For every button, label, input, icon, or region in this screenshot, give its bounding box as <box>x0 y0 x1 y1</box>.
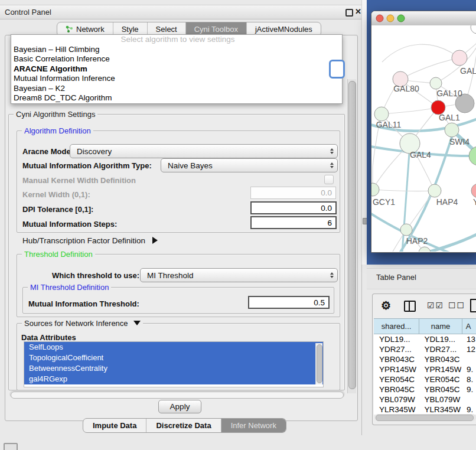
tab-impute-data[interactable]: Impute Data <box>83 419 146 432</box>
table-horizontal-scrollbar[interactable] <box>374 414 476 421</box>
table-row[interactable]: YBR045C YBR045C 9. <box>374 384 476 394</box>
cell-value: 13 <box>461 334 476 344</box>
network-window-titlebar[interactable] <box>371 11 476 26</box>
popup-item-mutual-information[interactable]: Mutual Information Inference <box>11 74 342 84</box>
cell-value: 9. <box>461 364 476 374</box>
tab-label: Select <box>156 25 177 34</box>
columns-icon[interactable] <box>404 301 416 312</box>
column-header-shared-name[interactable]: shared... <box>374 319 419 334</box>
mi-algorithm-type-combo[interactable]: Naive Bayes <box>161 158 338 172</box>
network-view-window: GAL GAL80 GAL10 GAL1 GAL11 SWI4 GAL4 GCY… <box>371 11 476 253</box>
node-partial-top[interactable] <box>471 25 476 34</box>
table-scrollbar-thumb[interactable] <box>376 415 474 421</box>
cell-value <box>461 394 476 405</box>
list-item[interactable]: gal4RGexp <box>24 374 323 384</box>
control-panel-titlebar[interactable]: Control Panel ✕ <box>0 5 361 19</box>
list-vertical-scrollbar[interactable] <box>315 343 322 384</box>
panel-vertical-scrollbar[interactable] <box>347 79 356 393</box>
expanded-arrow-icon[interactable] <box>133 321 141 325</box>
popup-item-bayesian-hill-climbing[interactable]: Bayesian – Hill Climbing <box>11 45 342 55</box>
screen: Control Panel ✕ Network Style Select <box>0 0 476 450</box>
node-label: HAP4 <box>436 197 458 207</box>
table-row[interactable]: YDR27... YDR27... 12 <box>374 344 476 354</box>
mac-close-button[interactable] <box>376 15 383 22</box>
panel-horizontal-scrollbar[interactable] <box>9 390 345 398</box>
edge[interactable] <box>400 58 459 79</box>
manual-kernel-width-checkbox[interactable] <box>324 175 334 184</box>
gear-icon[interactable]: ⚙ <box>381 299 391 312</box>
close-icon[interactable]: ✕ <box>355 7 361 16</box>
list-scrollbar-thumb[interactable] <box>317 344 322 383</box>
deselect-all-icon[interactable]: ☐☐ <box>448 301 465 310</box>
group-title: Algorithm Definition <box>22 126 93 135</box>
network-canvas[interactable]: GAL GAL80 GAL10 GAL1 GAL11 SWI4 GAL4 GCY… <box>371 25 476 252</box>
sources-title-text: Sources for Network Inference <box>24 319 128 328</box>
table-body: YDL19... YDL19... 13 YDR27... YDR27... 1… <box>374 334 476 415</box>
table-row[interactable]: YBL079W YBL079W <box>374 394 476 405</box>
dpi-tolerance-field[interactable]: 0.0 <box>250 201 337 214</box>
list-item[interactable]: SelfLoops <box>24 342 323 353</box>
aracne-mode-combo[interactable]: Discovery <box>70 144 338 158</box>
mi-steps-label: Mutual Information Steps: <box>22 220 117 229</box>
popup-item-bayesian-k2[interactable]: Bayesian – K2 <box>11 84 342 94</box>
sources-group-title[interactable]: Sources for Network Inference <box>22 319 143 328</box>
node-swi4[interactable] <box>445 123 459 137</box>
table-row[interactable]: YBR043C YBR043C <box>374 354 476 364</box>
table-row[interactable]: YER054C YER054C 8. <box>374 374 476 384</box>
control-panel-title: Control Panel <box>5 8 51 17</box>
select-all-icon[interactable]: ☑☑ <box>427 301 444 310</box>
hub-definition-section[interactable]: Hub/Transcription Factor Definition <box>22 236 158 245</box>
edge[interactable] <box>373 190 435 191</box>
list-item[interactable]: TopologicalCoefficient <box>24 353 323 363</box>
table-row[interactable]: YLR345W YLR345W 9. <box>374 405 476 415</box>
cell-name: YBR043C <box>419 354 461 364</box>
node-label: GAL11 <box>376 120 402 129</box>
column-header-name[interactable]: name <box>419 319 462 334</box>
node-gal-partial[interactable] <box>452 50 467 66</box>
node-gcy1[interactable] <box>371 183 379 196</box>
edge[interactable] <box>406 191 435 230</box>
collapsed-arrow-icon[interactable] <box>152 237 158 244</box>
node-label: GCY1 <box>373 197 395 207</box>
mi-threshold-field[interactable]: 0.5 <box>248 296 330 309</box>
mi-steps-field[interactable]: 6 <box>250 216 337 229</box>
edge[interactable] <box>382 44 459 62</box>
popup-item-aracne[interactable]: ARACNE Algorithm <box>11 64 342 74</box>
tab-infer-network[interactable]: Infer Network <box>221 419 286 432</box>
list-item[interactable]: BetweennessCentrality <box>24 363 323 374</box>
combo-value: Naive Bayes <box>161 161 327 170</box>
horizontal-scrollbar-thumb[interactable] <box>11 392 344 399</box>
edge[interactable] <box>382 107 438 114</box>
column-header-partial[interactable]: A <box>462 319 476 334</box>
edge[interactable] <box>426 233 476 252</box>
new-table-icon[interactable] <box>470 299 476 312</box>
cell-shared-name: YLR345W <box>374 405 419 415</box>
table-panel-window: ⚙ ☑☑ ☐☐ shared... name A YDL19... YDL19.… <box>372 294 476 425</box>
table-row[interactable]: YPR145W YPR145W 9. <box>374 364 476 374</box>
data-attributes-list[interactable]: SelfLoops TopologicalCoefficient Between… <box>24 341 324 387</box>
popup-item-dream8[interactable]: Dream8 DC_TDC Algorithm <box>11 93 342 103</box>
node-green-right[interactable] <box>469 146 476 165</box>
float-window-icon[interactable] <box>345 9 353 17</box>
node-label: GAL10 <box>436 89 462 98</box>
cell-shared-name: YPR145W <box>374 364 419 374</box>
node-label: SWI4 <box>449 137 470 146</box>
node-gal11[interactable] <box>374 107 389 121</box>
node-hap2[interactable] <box>400 224 412 236</box>
tab-discretize-data[interactable]: Discretize Data <box>146 419 221 432</box>
node-gal10[interactable] <box>430 77 442 89</box>
table-row[interactable]: YDL19... YDL19... 13 <box>374 334 476 344</box>
mac-zoom-button[interactable] <box>397 15 405 22</box>
mac-minimize-button[interactable] <box>387 15 394 22</box>
table-panel-title: Table Panel <box>376 273 416 282</box>
minimized-panel-icon[interactable] <box>4 443 18 450</box>
popup-item-basic-correlation[interactable]: Basic Correlation Inference <box>11 54 342 64</box>
node-hap4[interactable] <box>428 184 441 197</box>
node-y-partial[interactable] <box>471 184 476 198</box>
apply-button[interactable]: Apply <box>158 400 201 413</box>
combo-focus-ring-fragment <box>329 60 345 79</box>
kernel-width-field[interactable]: 0.0 <box>250 187 336 199</box>
vertical-scrollbar-thumb[interactable] <box>348 81 356 389</box>
node-label: GAL <box>460 66 476 76</box>
which-threshold-combo[interactable]: MI Threshold <box>140 268 338 282</box>
